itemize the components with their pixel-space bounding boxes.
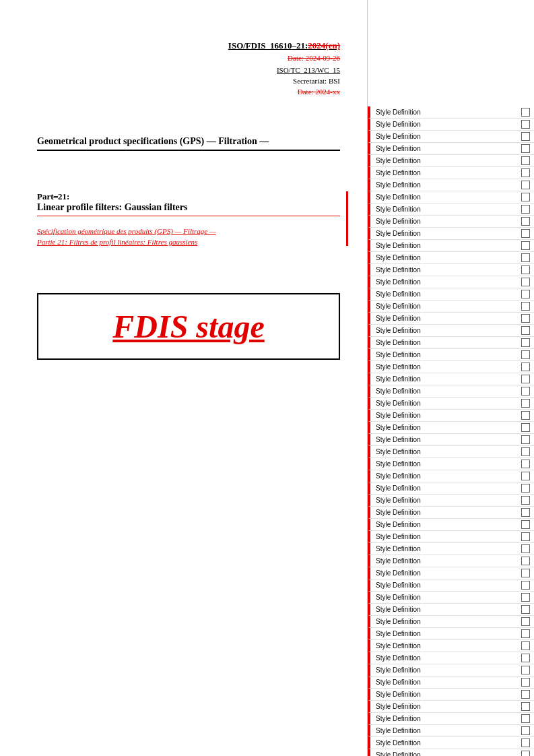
- style-def-checkbox[interactable]: [521, 666, 530, 674]
- style-def-item[interactable]: Style Definition: [368, 422, 534, 434]
- style-def-item[interactable]: Style Definition: [368, 604, 534, 616]
- style-def-checkbox[interactable]: [521, 326, 530, 335]
- style-def-checkbox[interactable]: [521, 544, 530, 553]
- style-def-checkbox[interactable]: [521, 399, 530, 408]
- style-def-checkbox[interactable]: [521, 290, 530, 298]
- style-def-checkbox[interactable]: [521, 654, 530, 662]
- style-def-item[interactable]: Style Definition: [368, 482, 534, 495]
- style-def-checkbox[interactable]: [521, 447, 530, 456]
- style-def-item[interactable]: Style Definition: [368, 288, 534, 301]
- style-def-checkbox[interactable]: [521, 278, 530, 286]
- style-def-checkbox[interactable]: [521, 363, 530, 371]
- style-def-item[interactable]: Style Definition: [368, 349, 534, 361]
- style-def-checkbox[interactable]: [521, 241, 530, 250]
- style-def-item[interactable]: Style Definition: [368, 652, 534, 664]
- style-def-item[interactable]: Style Definition: [368, 616, 534, 628]
- style-def-checkbox[interactable]: [521, 108, 530, 117]
- style-def-item[interactable]: Style Definition: [368, 301, 534, 313]
- style-def-checkbox[interactable]: [521, 726, 530, 735]
- style-def-item[interactable]: Style Definition: [368, 191, 534, 203]
- style-def-checkbox[interactable]: [521, 168, 530, 177]
- style-def-checkbox[interactable]: [521, 629, 530, 638]
- style-def-checkbox[interactable]: [521, 617, 530, 626]
- style-def-item[interactable]: Style Definition: [368, 131, 534, 143]
- style-def-item[interactable]: Style Definition: [368, 713, 534, 725]
- style-def-checkbox[interactable]: [521, 751, 530, 756]
- style-def-item[interactable]: Style Definition: [368, 373, 534, 385]
- style-def-item[interactable]: Style Definition: [368, 385, 534, 398]
- style-def-item[interactable]: Style Definition: [368, 749, 534, 756]
- style-def-checkbox[interactable]: [521, 714, 530, 723]
- style-def-checkbox[interactable]: [521, 375, 530, 383]
- style-def-checkbox[interactable]: [521, 581, 530, 590]
- style-def-item[interactable]: Style Definition: [368, 567, 534, 579]
- style-def-item[interactable]: Style Definition: [368, 179, 534, 191]
- style-def-checkbox[interactable]: [521, 253, 530, 262]
- style-def-checkbox[interactable]: [521, 156, 530, 165]
- style-def-item[interactable]: Style Definition: [368, 276, 534, 288]
- style-def-item[interactable]: Style Definition: [368, 555, 534, 567]
- style-def-checkbox[interactable]: [521, 593, 530, 602]
- style-def-item[interactable]: Style Definition: [368, 325, 534, 337]
- style-def-checkbox[interactable]: [521, 181, 530, 189]
- style-def-item[interactable]: Style Definition: [368, 689, 534, 701]
- style-def-item[interactable]: Style Definition: [368, 434, 534, 446]
- style-def-checkbox[interactable]: [521, 508, 530, 517]
- style-def-checkbox[interactable]: [521, 423, 530, 432]
- style-def-item[interactable]: Style Definition: [368, 664, 534, 676]
- style-def-checkbox[interactable]: [521, 229, 530, 238]
- style-def-checkbox[interactable]: [521, 411, 530, 420]
- style-def-item[interactable]: Style Definition: [368, 119, 534, 131]
- style-def-item[interactable]: Style Definition: [368, 155, 534, 167]
- style-def-item[interactable]: Style Definition: [368, 240, 534, 252]
- style-def-item[interactable]: Style Definition: [368, 216, 534, 228]
- style-def-item[interactable]: Style Definition: [368, 543, 534, 555]
- style-def-checkbox[interactable]: [521, 350, 530, 359]
- style-def-checkbox[interactable]: [521, 132, 530, 141]
- style-def-checkbox[interactable]: [521, 120, 530, 129]
- style-def-item[interactable]: Style Definition: [368, 264, 534, 276]
- style-def-item[interactable]: Style Definition: [368, 628, 534, 640]
- style-def-checkbox[interactable]: [521, 265, 530, 274]
- style-def-checkbox[interactable]: [521, 605, 530, 614]
- style-def-item[interactable]: Style Definition: [368, 519, 534, 531]
- style-def-item[interactable]: Style Definition: [368, 398, 534, 410]
- style-def-item[interactable]: Style Definition: [368, 313, 534, 325]
- style-def-item[interactable]: Style Definition: [368, 252, 534, 264]
- style-def-checkbox[interactable]: [521, 678, 530, 687]
- style-def-item[interactable]: Style Definition: [368, 579, 534, 592]
- style-def-checkbox[interactable]: [521, 314, 530, 323]
- style-def-item[interactable]: Style Definition: [368, 143, 534, 155]
- style-def-checkbox[interactable]: [521, 738, 530, 747]
- style-def-item[interactable]: Style Definition: [368, 228, 534, 240]
- style-def-checkbox[interactable]: [521, 690, 530, 699]
- style-def-checkbox[interactable]: [521, 302, 530, 311]
- style-def-item[interactable]: Style Definition: [368, 361, 534, 373]
- style-def-checkbox[interactable]: [521, 205, 530, 214]
- style-def-checkbox[interactable]: [521, 460, 530, 468]
- style-def-item[interactable]: Style Definition: [368, 640, 534, 652]
- style-def-item[interactable]: Style Definition: [368, 410, 534, 422]
- style-def-item[interactable]: Style Definition: [368, 458, 534, 470]
- style-def-item[interactable]: Style Definition: [368, 167, 534, 179]
- style-def-checkbox[interactable]: [521, 193, 530, 201]
- style-def-checkbox[interactable]: [521, 496, 530, 505]
- style-def-item[interactable]: Style Definition: [368, 592, 534, 604]
- style-def-item[interactable]: Style Definition: [368, 446, 534, 458]
- style-def-checkbox[interactable]: [521, 472, 530, 480]
- style-def-checkbox[interactable]: [521, 387, 530, 396]
- style-def-checkbox[interactable]: [521, 702, 530, 711]
- style-def-checkbox[interactable]: [521, 641, 530, 650]
- style-def-checkbox[interactable]: [521, 520, 530, 529]
- style-def-item[interactable]: Style Definition: [368, 495, 534, 507]
- style-def-checkbox[interactable]: [521, 338, 530, 347]
- style-def-item[interactable]: Style Definition: [368, 701, 534, 713]
- style-def-checkbox[interactable]: [521, 532, 530, 541]
- style-def-item[interactable]: Style Definition: [368, 737, 534, 749]
- style-def-item[interactable]: Style Definition: [368, 470, 534, 482]
- style-def-item[interactable]: Style Definition: [368, 725, 534, 737]
- style-def-checkbox[interactable]: [521, 435, 530, 444]
- style-def-item[interactable]: Style Definition: [368, 676, 534, 689]
- style-def-checkbox[interactable]: [521, 217, 530, 226]
- style-def-checkbox[interactable]: [521, 557, 530, 565]
